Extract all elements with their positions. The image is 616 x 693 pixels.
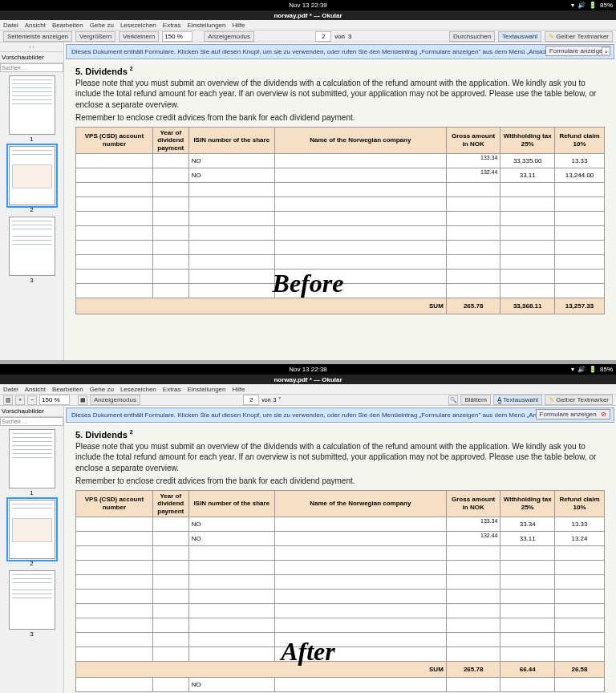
menu-edit[interactable]: Bearbeiten: [52, 22, 83, 29]
menu-bookmarks[interactable]: Lesezeichen: [120, 22, 156, 29]
viewmode-icon[interactable]: ▦: [78, 395, 87, 405]
menu-goto[interactable]: Gehe zu: [90, 22, 114, 29]
highlighter-button[interactable]: ✎ Gelber Textmarker: [545, 31, 613, 42]
close-icon[interactable]: ×: [602, 47, 610, 55]
section-para2: Remember to enclose credit advices from …: [75, 112, 605, 124]
dividends-table: VPS (CSD) account numberYear of dividend…: [75, 490, 605, 693]
thumbnail-1[interactable]: [9, 429, 55, 488]
menu-help[interactable]: Hilfe: [233, 22, 245, 29]
page-input[interactable]: [243, 395, 259, 405]
document-view: 5. Dividends 2 Please note that you must…: [64, 61, 616, 360]
thumb-search-input[interactable]: [0, 417, 63, 426]
menu-extras[interactable]: Extras: [163, 22, 181, 29]
table-row: NO133.3433.3413.33: [76, 517, 605, 532]
zoom-out-icon[interactable]: −: [27, 395, 37, 405]
table-row: NO133.3433,335.0013.33: [76, 154, 605, 168]
zoom-in-button[interactable]: Vergrößern: [75, 31, 116, 42]
thumbnail-2[interactable]: [9, 146, 55, 205]
search-button[interactable]: Durchsuchen: [449, 31, 495, 42]
show-forms-button[interactable]: Formulare anzeigen ⊘: [536, 409, 610, 419]
search-icon[interactable]: 🔍: [448, 395, 458, 405]
section-heading: 5. Dividends 2: [75, 429, 605, 440]
viewmode-button[interactable]: Anzeigemodus: [90, 395, 140, 405]
menu-file[interactable]: Datei: [3, 22, 18, 29]
sidebar-icon[interactable]: ▥: [3, 395, 13, 405]
page-input[interactable]: [315, 31, 331, 42]
viewmode-button[interactable]: Anzeigemodus: [204, 31, 254, 42]
sidebar-toggle-button[interactable]: Seitenleiste anzeigen: [3, 31, 72, 42]
form-banner: Dieses Dokument enthält Formulare. Klick…: [66, 407, 614, 423]
sidebar-title: Vorschaubilder: [0, 52, 63, 63]
thumbnail-2[interactable]: [9, 500, 55, 559]
form-banner: Dieses Dokument enthält Formulare. Klick…: [66, 44, 614, 59]
window-title: norway.pdf * — Okular: [0, 10, 616, 20]
zoom-input[interactable]: [39, 395, 70, 405]
thumbnail-3[interactable]: [9, 217, 55, 276]
system-top-bar: Nov 13 22:38 ▾🔊🔋85%: [0, 364, 616, 375]
table-row: NO132.4433.1113.24: [76, 532, 605, 546]
section-para: Please note that you must submit an over…: [75, 441, 605, 474]
menu-settings[interactable]: Einstellungen: [187, 22, 225, 29]
textselect-button[interactable]: A̲ Textauswahl: [493, 395, 542, 405]
close-icon[interactable]: ⊘: [601, 411, 606, 418]
browse-button[interactable]: Blättern: [460, 395, 491, 405]
section-para2: Remember to enclose credit advices from …: [75, 476, 605, 487]
section-heading: 5. Dividends 2: [75, 66, 605, 76]
section-para: Please note that you must submit an over…: [75, 78, 605, 111]
dividends-table: VPS (CSD) account number Year of dividen…: [75, 127, 605, 315]
thumbnail-3[interactable]: [9, 570, 55, 630]
menu-bar[interactable]: DateiAnsichtBearbeitenGehe zuLesezeichen…: [0, 384, 616, 395]
textselect-button[interactable]: Textauswahl: [498, 31, 541, 42]
menu-bar[interactable]: Datei Ansicht Bearbeiten Gehe zu Lesezei…: [0, 20, 616, 30]
window-title: norway.pdf * — Okular: [0, 375, 616, 384]
document-view: 5. Dividends 2 Please note that you must…: [64, 424, 616, 693]
zoom-input[interactable]: [162, 31, 192, 42]
highlighter-button[interactable]: ✎ Gelber Textmarker: [545, 395, 613, 405]
sidebar: Vorschaubilder 1 2 3: [0, 406, 64, 693]
toolbar: Seitenleiste anzeigen Vergrößern Verklei…: [0, 30, 616, 43]
show-forms-button[interactable]: Formulare anzeigen ×: [545, 46, 610, 56]
system-top-bar: Nov 13 22:39 ▾🔊🔋85%: [0, 0, 616, 10]
thumb-search-input[interactable]: [0, 63, 63, 72]
toolbar: ▥ + − ▦ Anzeigemodus von 3 ˅ 🔍 Blättern …: [0, 395, 616, 406]
zoom-out-button[interactable]: Verkleinern: [119, 31, 159, 42]
thumbnail-1[interactable]: [9, 75, 55, 135]
sidebar-title: Vorschaubilder: [0, 406, 63, 417]
sidebar: ‹ › Vorschaubilder 1 2 3: [0, 43, 64, 360]
zoom-in-icon[interactable]: +: [15, 395, 25, 405]
table-row: NO132.4433.1113,244.00: [76, 168, 605, 183]
menu-view[interactable]: Ansicht: [25, 22, 46, 29]
